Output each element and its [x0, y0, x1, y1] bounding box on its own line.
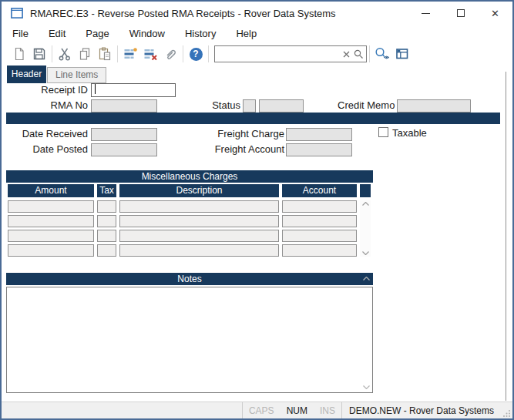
menu-help[interactable]: Help: [226, 25, 267, 42]
status-label: Status: [207, 99, 240, 112]
toolbar-separator: [369, 45, 370, 62]
misc-cell[interactable]: [282, 244, 357, 257]
receipt-id-label: Receipt ID: [3, 83, 88, 96]
scroll-up-icon: [362, 202, 369, 206]
main-vertical-scrollbar[interactable]: [506, 72, 512, 401]
notes-scrollbar[interactable]: [361, 274, 372, 392]
misc-charges-header: Amount Tax Description Account: [6, 184, 373, 197]
status-code-wrap: [243, 98, 256, 111]
date-received-input[interactable]: [91, 128, 157, 141]
status-text-input[interactable]: [259, 99, 304, 113]
misc-charges-scrollbar[interactable]: [360, 200, 371, 257]
freight-charge-label: Freight Charge: [214, 127, 284, 140]
receipt-id-input[interactable]: [91, 83, 176, 97]
status-bar: CAPS NUM INS DEMO.NEW - Rover Data Syste…: [2, 402, 512, 418]
window-title: RMAREC.E3 - Reverse Posted RMA Receipts …: [30, 8, 336, 19]
misc-charges-rows: [6, 200, 373, 257]
misc-cell[interactable]: [119, 230, 279, 242]
freight-charge-wrap: [286, 126, 352, 139]
menu-edit[interactable]: Edit: [39, 25, 76, 42]
misc-cell[interactable]: [119, 215, 279, 227]
help-icon: [190, 48, 203, 61]
notes-title: Notes: [6, 273, 373, 285]
status-text-wrap: [259, 98, 304, 111]
misc-charges-section: Miscellaneous Charges Amount Tax Descrip…: [6, 170, 373, 257]
freight-account-wrap: [286, 142, 352, 155]
taxable-checkbox[interactable]: [378, 127, 388, 137]
help-button[interactable]: [186, 45, 206, 63]
misc-cell[interactable]: [119, 200, 279, 213]
notes-textarea[interactable]: [6, 287, 373, 393]
misc-cell[interactable]: [97, 215, 116, 227]
attachment-button[interactable]: [160, 45, 180, 63]
save-button[interactable]: [29, 45, 49, 63]
app-window-icon: [11, 8, 23, 18]
tab-line-items[interactable]: Line Items: [47, 67, 106, 83]
maximize-icon: [457, 9, 465, 17]
tab-header[interactable]: Header: [7, 66, 46, 83]
date-received-wrap: [91, 126, 157, 139]
misc-cell[interactable]: [97, 244, 116, 257]
misc-cell[interactable]: [282, 200, 357, 213]
credit-memo-label: Credit Memo: [338, 99, 395, 112]
misc-cell[interactable]: [8, 244, 94, 257]
new-document-button[interactable]: [9, 45, 29, 63]
toolbar: [2, 42, 512, 66]
misc-cell[interactable]: [97, 200, 116, 213]
browse-layout-icon: [395, 47, 409, 61]
insert-row-button[interactable]: [120, 45, 140, 63]
insert-mode-indicator: INS: [314, 405, 341, 416]
lookup-icon: [375, 47, 391, 61]
column-header-tax: Tax: [97, 184, 116, 197]
tab-strip: Header Line Items: [7, 66, 106, 83]
statusbar-message: DEMO.NEW - Rover Data Systems: [342, 405, 500, 416]
misc-cell[interactable]: [119, 244, 279, 257]
freight-account-input[interactable]: [286, 143, 352, 156]
misc-cell[interactable]: [8, 230, 94, 242]
menu-bar: File Edit Page Window History Help: [2, 25, 512, 42]
column-header-description: Description: [119, 184, 279, 197]
maximize-button[interactable]: [443, 2, 478, 25]
close-button[interactable]: ✕: [478, 2, 512, 25]
lookup-button[interactable]: [372, 45, 392, 63]
date-posted-label: Date Posted: [3, 143, 88, 156]
credit-memo-input[interactable]: [397, 99, 471, 113]
status-code-input[interactable]: [243, 99, 256, 113]
misc-cell[interactable]: [282, 215, 357, 227]
app-window: RMAREC.E3 - Reverse Posted RMA Receipts …: [0, 0, 514, 420]
minimize-button[interactable]: [408, 2, 443, 25]
paste-button[interactable]: [95, 45, 115, 63]
menu-history[interactable]: History: [175, 25, 226, 42]
misc-charges-title: Miscellaneous Charges: [6, 170, 373, 183]
misc-cell[interactable]: [8, 200, 94, 213]
misc-cell[interactable]: [8, 215, 94, 227]
search-icon[interactable]: [354, 49, 364, 59]
text-caret: [95, 84, 96, 94]
rma-no-wrap: [91, 98, 157, 111]
title-bar: RMAREC.E3 - Reverse Posted RMA Receipts …: [2, 2, 512, 25]
copy-button[interactable]: [75, 45, 95, 63]
misc-cell[interactable]: [97, 230, 116, 242]
browse-layout-button[interactable]: [392, 45, 412, 63]
scroll-up-icon: [363, 277, 370, 281]
resize-grip-icon[interactable]: [500, 402, 512, 419]
date-posted-input[interactable]: [91, 143, 157, 156]
date-posted-wrap: [91, 142, 157, 155]
cut-button[interactable]: [55, 45, 75, 63]
toolbar-separator: [183, 45, 183, 62]
scroll-down-icon: [362, 251, 369, 255]
caps-lock-indicator: CAPS: [243, 405, 281, 416]
delete-row-icon: [143, 47, 158, 61]
copy-icon: [78, 47, 92, 61]
receipt-id-wrap: [91, 82, 176, 96]
delete-row-button[interactable]: [140, 45, 160, 63]
clear-search-icon[interactable]: [343, 51, 350, 58]
column-header-amount: Amount: [8, 184, 94, 197]
menu-file[interactable]: File: [2, 25, 39, 42]
new-document-icon: [12, 47, 26, 61]
misc-cell[interactable]: [282, 230, 357, 242]
menu-page[interactable]: Page: [76, 25, 119, 42]
menu-window[interactable]: Window: [119, 25, 175, 42]
freight-charge-input[interactable]: [286, 128, 352, 141]
rma-no-input[interactable]: [91, 99, 157, 113]
